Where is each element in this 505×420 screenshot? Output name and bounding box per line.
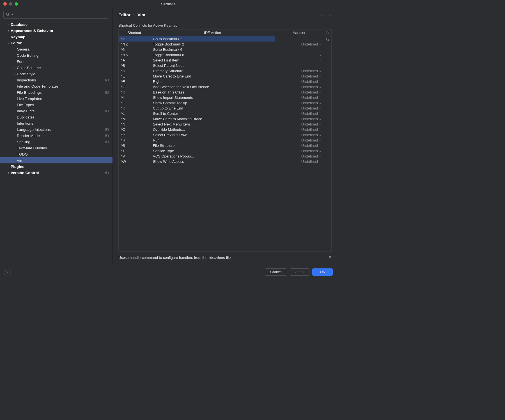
table-row[interactable]: ^BSelect Parent Node⌄ (119, 63, 323, 68)
handler-value: Undefined (301, 138, 318, 142)
sidebar-item-file-encodings[interactable]: File Encodings (0, 89, 113, 95)
svg-rect-16 (327, 32, 329, 34)
sidebar-item-plugins[interactable]: Plugins (0, 163, 113, 170)
cell-handler[interactable]: Undefined⌄ (275, 84, 323, 90)
sidebar-item-file-and-code-templates[interactable]: File and Code Templates (0, 83, 113, 89)
table-row[interactable]: ^LScroll to CenterUndefined⌄ (119, 111, 323, 116)
table-row[interactable]: ^KCut up to Line EndUndefined⌄ (119, 106, 323, 111)
table-row[interactable]: ^PSelect Previous RowUndefined⌄ (119, 132, 323, 138)
chevron-down-icon: ⌄ (319, 149, 321, 152)
table-row[interactable]: ^JShow Commit TooltipUndefined⌄ (119, 100, 323, 106)
cell-handler[interactable]: Undefined⌄ (275, 116, 323, 122)
copy-icon[interactable] (325, 31, 329, 35)
cell-handler[interactable]: Undefined⌄ (275, 111, 323, 116)
cell-handler[interactable]: Undefined⌄ (275, 132, 323, 138)
cell-handler[interactable]: Undefined⌄ (275, 138, 323, 143)
cell-handler[interactable]: Undefined⌄ (275, 106, 323, 111)
table-row[interactable]: ^EMove Caret to Line EndUndefined⌄ (119, 74, 323, 79)
table-row[interactable]: ^DDirectory StructureUndefined⌄ (119, 68, 323, 74)
back-icon[interactable]: ← (320, 13, 324, 17)
sidebar-item-color-scheme[interactable]: ›Color Scheme (0, 65, 113, 71)
sidebar-item-general[interactable]: ›General (0, 46, 113, 52)
breadcrumb-editor[interactable]: Editor (118, 12, 130, 17)
cell-shortcut: ^H (119, 90, 150, 95)
svg-rect-13 (106, 141, 107, 142)
sidebar-item-font[interactable]: Font (0, 58, 113, 65)
cell-handler[interactable]: Undefined⌄ (275, 127, 323, 132)
sidebar-item-language-injections[interactable]: Language Injections (0, 126, 113, 133)
sidebar-item-editor[interactable]: ⌄Editor (0, 40, 113, 46)
minimize-window-button[interactable] (9, 2, 12, 6)
cell-handler[interactable]: ⌄ (275, 52, 323, 58)
chevron-icon: › (7, 23, 11, 26)
sidebar-item-inlay-hints[interactable]: Inlay Hints (0, 108, 113, 114)
cell-handler[interactable]: ⌄ (275, 47, 323, 52)
search-input-wrap[interactable]: ▾ (3, 11, 109, 19)
col-handler[interactable]: Handler (275, 29, 323, 36)
sidebar-item-code-style[interactable]: ›Code Style (0, 71, 113, 77)
table-row[interactable]: ^WShow Write AccessUndefined⌄ (119, 159, 323, 164)
col-shortcut[interactable]: Shortcut (119, 29, 150, 36)
cell-handler[interactable]: Undefined⌄ (275, 95, 323, 100)
sidebar-item-appearance-behavior[interactable]: ›Appearance & Behavior (0, 28, 113, 34)
sidebar-item-reader-mode[interactable]: Reader Mode (0, 133, 113, 139)
help-button[interactable]: ? (4, 269, 11, 275)
ok-button[interactable]: OK (312, 268, 333, 276)
cell-handler[interactable]: Undefined⌄ (275, 143, 323, 148)
cancel-button[interactable]: Cancel (265, 268, 287, 276)
table-row[interactable]: ^⇧2Toggle Bookmark 2Undefined⌄ (119, 42, 323, 47)
cell-handler[interactable]: Undefined⌄ (275, 79, 323, 84)
sidebar-item-textmate-bundles[interactable]: TextMate Bundles (0, 145, 113, 151)
table-row[interactable]: ^RRunUndefined⌄ (119, 138, 323, 143)
table-row[interactable]: ^TService TypeUndefined⌄ (119, 148, 323, 154)
sidebar-item-todo[interactable]: TODO (0, 151, 113, 157)
search-input[interactable] (15, 13, 107, 17)
maximize-window-button[interactable] (15, 2, 18, 6)
sidebar-item-intentions[interactable]: Intentions (0, 120, 113, 126)
cell-handler[interactable]: ⌄ (275, 63, 323, 68)
cell-handler[interactable]: Undefined⌄ (275, 74, 323, 79)
sidebar-item-version-control[interactable]: ›Version Control (0, 170, 113, 176)
external-link-icon[interactable] (328, 255, 332, 260)
sidebar-item-keymap[interactable]: Keymap (0, 34, 113, 40)
cell-handler[interactable]: Undefined⌄ (275, 154, 323, 159)
table-row[interactable]: ^FRightUndefined⌄ (119, 79, 323, 84)
cell-handler[interactable]: Undefined⌄ (275, 100, 323, 106)
apply-button[interactable]: Apply (290, 268, 310, 276)
table-row[interactable]: ^IShow Import StatementsUndefined⌄ (119, 95, 323, 100)
cell-handler[interactable]: ⌄ (275, 58, 323, 63)
sidebar-item-inspections[interactable]: Inspections (0, 77, 113, 83)
sidebar-item-spelling[interactable]: Spelling (0, 139, 113, 145)
chevron-down-icon: ⌄ (319, 96, 321, 99)
sidebar-item-duplicates[interactable]: Duplicates (0, 114, 113, 120)
table-row[interactable]: ^ASelect First Item⌄ (119, 58, 323, 63)
table-row[interactable]: ^VVCS Operations Popup...Undefined⌄ (119, 154, 323, 159)
col-action[interactable]: IDE Action (150, 29, 275, 36)
sidebar-item-file-types[interactable]: File Types (0, 102, 113, 108)
table-row[interactable]: ^2Go to Bookmark 2 (119, 36, 323, 42)
cell-action: Cut up to Line End (150, 106, 275, 111)
sidebar-item-live-templates[interactable]: Live Templates (0, 95, 113, 102)
cell-handler[interactable] (275, 36, 323, 42)
forward-icon[interactable]: → (328, 13, 332, 17)
sidebar-item-database[interactable]: ›Database (0, 21, 113, 28)
close-window-button[interactable] (3, 2, 7, 6)
table-row[interactable]: ^NSelect Next Menu ItemUndefined⌄ (119, 122, 323, 127)
cell-handler[interactable]: Undefined⌄ (275, 42, 323, 47)
cell-handler[interactable]: Undefined⌄ (275, 68, 323, 74)
table-row[interactable]: ^GAdd Selection for Next OccurrenceUndef… (119, 84, 323, 90)
cell-handler[interactable]: Undefined⌄ (275, 148, 323, 154)
cell-handler[interactable]: Undefined⌄ (275, 122, 323, 127)
breadcrumb-vim: Vim (137, 12, 145, 17)
table-row[interactable]: ^SFile StructureUndefined⌄ (119, 143, 323, 148)
cell-handler[interactable]: Undefined⌄ (275, 90, 323, 95)
undo-icon[interactable] (325, 38, 329, 42)
sidebar-item-code-editing[interactable]: Code Editing (0, 52, 113, 58)
sidebar-item-vim[interactable]: Vim (0, 157, 113, 163)
table-row[interactable]: ^HBase on This ClassUndefined⌄ (119, 90, 323, 95)
table-row[interactable]: ^⇧6Toggle Bookmark 6⌄ (119, 52, 323, 58)
table-row[interactable]: ^OOverride Methods...Undefined⌄ (119, 127, 323, 132)
table-row[interactable]: ^MMove Caret to Matching BraceUndefined⌄ (119, 116, 323, 122)
cell-handler[interactable]: Undefined⌄ (275, 159, 323, 164)
table-row[interactable]: ^6Go to Bookmark 6⌄ (119, 47, 323, 52)
